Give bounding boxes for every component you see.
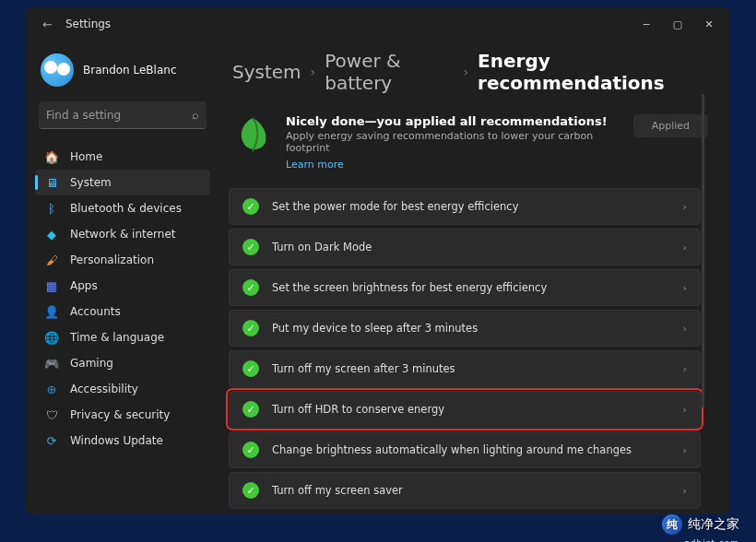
hero-subtitle: Apply energy saving recommendations to l… [286,130,620,154]
check-icon: ✓ [242,198,259,215]
nav-icon: 🛡 [44,407,59,422]
chevron-right-icon: › [311,65,316,79]
nav-label: Personalization [70,253,154,266]
sidebar-item-bluetooth-devices[interactable]: ᛒBluetooth & devices [35,195,210,221]
sidebar-item-gaming[interactable]: 🎮Gaming [35,350,210,376]
check-icon: ✓ [242,360,259,377]
nav-icon: ▦ [44,278,59,293]
recommendation-label: Turn off HDR to conserve energy [272,403,683,416]
sidebar-item-personalization[interactable]: 🖌Personalization [35,247,210,273]
recommendation-item[interactable]: ✓Set the screen brightness for best ener… [229,269,701,306]
nav-icon: 🏠 [44,149,59,164]
watermark-text: 纯净之家 [688,516,739,533]
recommendation-label: Turn off my screen after 3 minutes [272,362,683,375]
chevron-right-icon: › [683,444,687,456]
recommendation-item[interactable]: ✓Turn on Dark Mode› [229,229,701,265]
recommendation-item[interactable]: ✓Turn off my screen saver› [229,472,701,509]
back-button[interactable]: ← [42,18,53,31]
nav-label: System [70,176,112,189]
recommendation-list: ✓Set the power mode for best energy effi… [229,188,701,509]
recommendation-label: Turn on Dark Mode [272,241,683,253]
recommendation-label: Change brightness automatically when lig… [272,443,683,456]
nav-icon: 👤 [44,304,59,319]
recommendation-item[interactable]: ✓Turn off my screen after 3 minutes› [229,350,701,387]
chevron-right-icon: › [463,65,468,79]
chevron-right-icon: › [683,323,687,335]
recommendation-item[interactable]: ✓Turn off HDR to conserve energy› [229,391,701,428]
chevron-right-icon: › [683,201,687,213]
sidebar-item-accessibility[interactable]: ⊕Accessibility [35,376,210,402]
recommendation-label: Turn off my screen saver [272,484,683,497]
nav-label: Network & internet [70,228,176,241]
breadcrumb-system[interactable]: System [232,61,301,83]
main-panel: System › Power & battery › Energy recomm… [218,41,730,514]
sidebar-item-accounts[interactable]: 👤Accounts [35,299,210,324]
leaf-icon [232,114,273,155]
minimize-button[interactable]: ─ [632,11,660,37]
sidebar-nav: 🏠Home🖥SystemᛒBluetooth & devices◆Network… [35,144,210,454]
maximize-button[interactable]: ▢ [664,11,691,37]
window-controls: ─ ▢ ✕ [632,11,723,37]
recommendation-label: Set the power mode for best energy effic… [272,200,683,213]
titlebar: ← Settings ─ ▢ ✕ [26,7,730,41]
nav-label: Bluetooth & devices [70,202,182,215]
nav-label: Windows Update [70,434,163,447]
nav-label: Accessibility [70,383,138,395]
check-icon: ✓ [242,320,259,336]
sidebar: Brandon LeBlanc ⌕ 🏠Home🖥SystemᛒBluetooth… [26,41,218,514]
nav-label: Privacy & security [70,408,170,421]
window-title: Settings [65,18,111,30]
sidebar-item-network-internet[interactable]: ◆Network & internet [35,221,210,247]
nav-icon: ᛒ [44,201,59,216]
recommendation-label: Set the screen brightness for best energ… [272,281,683,294]
sidebar-item-time-language[interactable]: 🌐Time & language [35,324,210,350]
nav-icon: 🌐 [44,330,59,345]
page-title: Energy recommendations [478,50,708,94]
hero-banner: Nicely done—you applied all recommendati… [229,109,708,188]
chevron-right-icon: › [683,363,687,375]
close-button[interactable]: ✕ [695,11,723,37]
scrollbar[interactable] [702,94,704,407]
sidebar-item-windows-update[interactable]: ⟳Windows Update [35,428,210,454]
breadcrumb: System › Power & battery › Energy recomm… [229,50,708,94]
search-icon: ⌕ [192,108,199,122]
recommendation-item[interactable]: ✓Put my device to sleep after 3 minutes› [229,310,701,347]
learn-more-link[interactable]: Learn more [286,159,344,171]
recommendation-item[interactable]: ✓Change brightness automatically when li… [229,431,701,468]
nav-icon: ⊕ [44,382,59,396]
chevron-right-icon: › [683,404,687,416]
applied-button[interactable]: Applied [633,114,708,137]
search-input[interactable] [46,109,192,122]
nav-icon: 🖥 [44,175,59,190]
nav-label: Accounts [70,305,121,318]
check-icon: ✓ [242,442,259,458]
avatar [41,53,74,87]
breadcrumb-power[interactable]: Power & battery [325,50,454,94]
sidebar-item-privacy-security[interactable]: 🛡Privacy & security [35,402,210,428]
recommendation-item[interactable]: ✓Set the power mode for best energy effi… [229,188,701,225]
check-icon: ✓ [242,482,259,499]
chevron-right-icon: › [683,282,687,294]
watermark: 纯 纯净之家 [662,514,739,535]
chevron-right-icon: › [683,485,687,497]
sidebar-item-system[interactable]: 🖥System [35,170,210,195]
settings-window: ← Settings ─ ▢ ✕ Brandon LeBlanc ⌕ 🏠Home… [26,7,730,514]
search-box[interactable]: ⌕ [39,101,207,129]
nav-icon: 🖌 [44,253,59,267]
hero-text: Nicely done—you applied all recommendati… [286,114,620,171]
watermark-logo-icon: 纯 [662,514,682,535]
check-icon: ✓ [242,279,259,296]
nav-label: Apps [70,279,98,292]
content-area: Brandon LeBlanc ⌕ 🏠Home🖥SystemᛒBluetooth… [26,41,730,514]
recommendation-label: Put my device to sleep after 3 minutes [272,322,683,335]
titlebar-left: ← Settings [33,18,111,31]
nav-icon: 🎮 [44,356,59,371]
chevron-right-icon: › [683,242,687,253]
sidebar-item-apps[interactable]: ▦Apps [35,273,210,299]
user-profile[interactable]: Brandon LeBlanc [35,48,210,100]
nav-label: Time & language [70,331,164,344]
nav-icon: ⟳ [44,433,59,448]
sidebar-item-home[interactable]: 🏠Home [35,144,210,170]
nav-icon: ◆ [44,227,59,242]
watermark-sub: gdhist.com [684,538,739,542]
